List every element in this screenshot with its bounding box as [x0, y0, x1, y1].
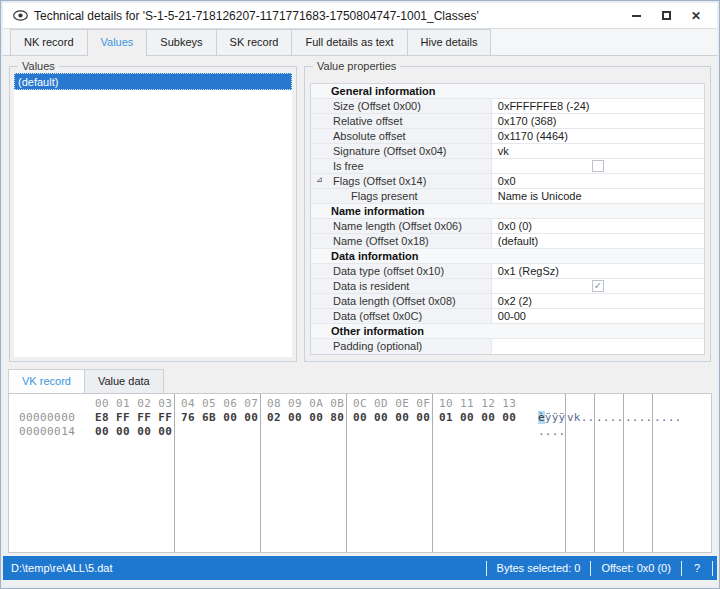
property-row-flags-offset-0x14[interactable]: ⊿Flags (Offset 0x14)0x0 — [311, 174, 704, 189]
property-label: Padding (optional) — [311, 339, 492, 354]
status-separator — [712, 561, 713, 576]
status-right: Bytes selected: 0 Offset: 0x0 (0) ? — [476, 556, 717, 580]
hex-offset: 00000014 — [19, 425, 75, 439]
bytes-selected-label: Bytes selected: 0 — [497, 562, 581, 574]
property-value[interactable]: 0x1170 (4464) — [492, 129, 704, 143]
tab-subkeys[interactable]: Subkeys — [146, 29, 216, 55]
value-properties-groupbox-label: Value properties — [313, 60, 400, 72]
property-row-data-type-offset-0x10[interactable]: Data type (offset 0x10)0x1 (RegSz) — [311, 264, 704, 279]
property-value[interactable]: 0x2 (2) — [492, 294, 704, 308]
hex-byte-group[interactable]: 00 00 00 00 — [353, 411, 430, 425]
status-bar: D:\temp\re\ALL\5.dat Bytes selected: 0 O… — [3, 556, 717, 580]
property-row-signature-offset-0x04[interactable]: Signature (Offset 0x04)vk — [311, 144, 704, 159]
tab-hive-details[interactable]: Hive details — [407, 29, 492, 55]
hex-header-group: 00 01 02 03 — [95, 397, 172, 411]
file-path: D:\temp\re\ALL\5.dat — [3, 562, 113, 574]
property-row-flags-present[interactable]: Flags presentName is Unicode — [311, 189, 704, 204]
property-value[interactable]: 0x0 (0) — [492, 219, 704, 233]
window-title: Technical details for 'S-1-5-21-71812620… — [34, 9, 479, 23]
property-row-name-length-offset-0x06[interactable]: Name length (Offset 0x06)0x0 (0) — [311, 219, 704, 234]
value-list-item[interactable]: (default) — [14, 73, 292, 90]
property-grid: General informationSize (Offset 0x00)0xF… — [310, 83, 705, 355]
close-button[interactable]: ✕ — [681, 5, 711, 27]
property-label: Data type (offset 0x10) — [311, 264, 492, 278]
property-row-data-offset-0x0c[interactable]: Data (offset 0x0C)00-00 — [311, 309, 704, 324]
section-title: Data information — [311, 249, 704, 263]
property-label: Flags present — [311, 189, 492, 203]
property-section-header: Other information — [311, 324, 704, 339]
maximize-button[interactable] — [651, 5, 681, 27]
property-section-header: Name information — [311, 204, 704, 219]
property-value[interactable]: ✓ — [492, 279, 704, 293]
hex-row: 00000000E8 FF FF FF76 6B 00 0002 00 00 8… — [9, 411, 711, 425]
values-list[interactable]: (default) — [14, 73, 292, 357]
minimize-button[interactable] — [621, 5, 651, 27]
ascii-group[interactable]: .... — [625, 411, 652, 425]
ascii-group[interactable]: .... — [538, 425, 565, 439]
main-area: Values (default) Value properties Genera… — [3, 56, 717, 368]
tab-full-details-as-text[interactable]: Full details as text — [291, 29, 407, 55]
value-properties-groupbox: Value properties General informationSize… — [304, 66, 711, 362]
hex-byte-group[interactable]: 76 6B 00 00 — [181, 411, 258, 425]
property-section-header: Data information — [311, 249, 704, 264]
hex-offset: 00000000 — [19, 411, 75, 425]
ascii-group[interactable]: vk.. — [567, 411, 594, 425]
hex-header-group: 10 11 12 13 — [439, 397, 516, 411]
property-value[interactable]: 0x0 — [492, 174, 704, 188]
hex-byte-group[interactable]: 00 00 00 00 — [95, 425, 172, 439]
property-label: Name length (Offset 0x06) — [311, 219, 492, 233]
hex-column-header: 00 01 02 0304 05 06 0708 09 0A 0B0C 0D 0… — [9, 397, 711, 411]
property-value[interactable]: 00-00 — [492, 309, 704, 323]
property-value[interactable]: vk — [492, 144, 704, 158]
property-label: Absolute offset — [311, 129, 492, 143]
ascii-caret-char: è — [538, 411, 545, 424]
property-row-relative-offset[interactable]: Relative offset0x170 (368) — [311, 114, 704, 129]
status-separator — [590, 561, 591, 576]
hex-byte-group[interactable]: 01 00 00 00 — [439, 411, 516, 425]
property-label: Relative offset — [311, 114, 492, 128]
ascii-group[interactable]: èÿÿÿ — [538, 411, 565, 425]
checkbox-checked[interactable]: ✓ — [592, 280, 604, 292]
hex-header-group: 0C 0D 0E 0F — [353, 397, 430, 411]
property-label: Data (offset 0x0C) — [311, 309, 492, 323]
dialog-body: Values (default) Value properties Genera… — [3, 56, 717, 586]
section-title: Name information — [311, 204, 704, 218]
tab-values[interactable]: Values — [87, 29, 148, 56]
tab-nk-record[interactable]: NK record — [10, 29, 88, 55]
property-label: Is free — [311, 159, 492, 173]
property-value[interactable]: (default) — [492, 234, 704, 248]
tab-sk-record[interactable]: SK record — [216, 29, 293, 55]
property-row-data-length-offset-0x08[interactable]: Data length (Offset 0x08)0x2 (2) — [311, 294, 704, 309]
property-value[interactable]: Name is Unicode — [492, 189, 704, 203]
property-value[interactable] — [492, 159, 704, 173]
hex-byte-group[interactable]: 02 00 00 80 — [267, 411, 344, 425]
property-value[interactable] — [492, 339, 704, 354]
ascii-group[interactable]: .... — [654, 411, 681, 425]
property-row-name-offset-0x18[interactable]: Name (Offset 0x18)(default) — [311, 234, 704, 249]
hex-viewer[interactable]: 00 01 02 0304 05 06 0708 09 0A 0B0C 0D 0… — [8, 393, 712, 553]
window-controls: ✕ — [621, 5, 711, 27]
status-separator — [486, 561, 487, 576]
property-row-is-free[interactable]: Is free — [311, 159, 704, 174]
help-button[interactable]: ? — [692, 562, 702, 574]
expander-icon[interactable]: ⊿ — [316, 175, 323, 184]
technical-details-dialog: Technical details for 'S-1-5-21-71812620… — [0, 0, 720, 589]
ascii-group[interactable]: .... — [596, 411, 623, 425]
property-row-padding-optional[interactable]: Padding (optional) — [311, 339, 704, 354]
tab-value-data[interactable]: Value data — [84, 369, 164, 393]
property-value[interactable]: 0xFFFFFFE8 (-24) — [492, 99, 704, 113]
property-row-size-offset-0x00[interactable]: Size (Offset 0x00)0xFFFFFFE8 (-24) — [311, 99, 704, 114]
eye-icon — [13, 10, 28, 21]
checkbox-unchecked[interactable] — [592, 160, 604, 172]
property-value[interactable]: 0x170 (368) — [492, 114, 704, 128]
tab-vk-record[interactable]: VK record — [8, 369, 85, 393]
status-separator — [681, 561, 682, 576]
offset-label: Offset: 0x0 (0) — [601, 562, 671, 574]
property-label: Data is resident — [311, 279, 492, 293]
property-value[interactable]: 0x1 (RegSz) — [492, 264, 704, 278]
property-label: Size (Offset 0x00) — [311, 99, 492, 113]
property-row-data-is-resident[interactable]: Data is resident✓ — [311, 279, 704, 294]
property-row-absolute-offset[interactable]: Absolute offset0x1170 (4464) — [311, 129, 704, 144]
hex-byte-group[interactable]: E8 FF FF FF — [95, 411, 172, 425]
values-groupbox-label: Values — [18, 60, 59, 72]
